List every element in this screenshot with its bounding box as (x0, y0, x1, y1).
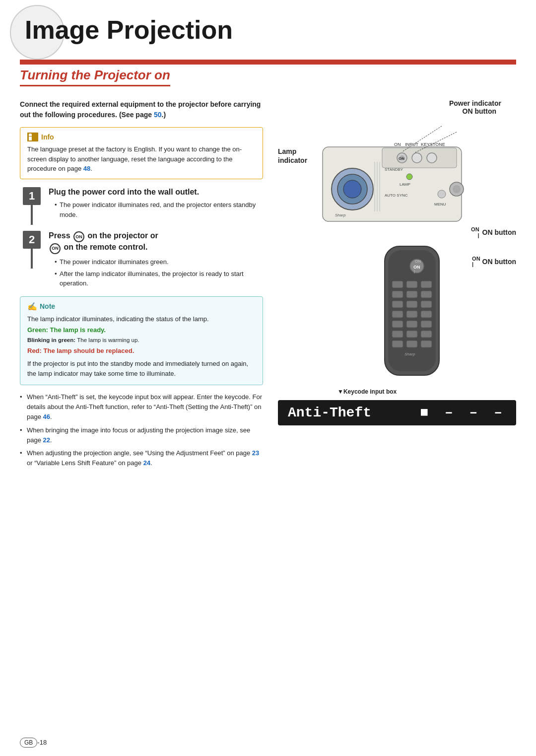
note-blinking: Blinking in green: The lamp is warming u… (27, 336, 256, 345)
section-heading: Turning the Projector on (20, 60, 516, 90)
svg-text:ON: ON (394, 142, 401, 147)
step-1-bullet: The power indicator illuminates red, and… (55, 200, 263, 219)
svg-text:MENU: MENU (434, 202, 446, 206)
svg-rect-38 (421, 291, 432, 298)
svg-rect-53 (421, 341, 432, 347)
bullet1-link[interactable]: 46 (43, 413, 50, 420)
section-title: Turning the Projector on (20, 65, 170, 86)
page-footer: GB-18 (20, 739, 47, 746)
svg-rect-37 (406, 291, 417, 298)
svg-text:LAMP: LAMP (400, 182, 410, 187)
on-button-circle2-icon: ON (50, 243, 61, 254)
info-title-text: Info (41, 133, 54, 141)
svg-rect-45 (392, 321, 403, 328)
svg-rect-50 (421, 331, 432, 338)
footer-page-number: -18 (37, 739, 47, 746)
svg-point-9 (427, 153, 437, 163)
bullet3-link1[interactable]: 23 (252, 449, 259, 457)
step-1-title: Plug the power cord into the wall outlet… (49, 187, 263, 198)
footer-badge: GB (20, 738, 37, 748)
page-title: Image Projection (25, 15, 233, 45)
svg-rect-48 (392, 331, 403, 338)
step-2-title: Press ON on the projector or ON on the r… (49, 231, 263, 255)
anti-theft-label: Anti-Theft (288, 405, 420, 420)
svg-point-21 (453, 185, 461, 193)
svg-rect-44 (421, 311, 432, 318)
bullet2-link[interactable]: 22 (43, 436, 50, 444)
svg-rect-41 (421, 301, 432, 308)
step-2-line (31, 249, 33, 269)
svg-rect-47 (421, 321, 432, 328)
svg-rect-46 (406, 321, 417, 328)
intro-link[interactable]: 50 (154, 111, 162, 119)
step-2-bullet1: The power indicator illuminates green. (55, 257, 263, 267)
step-2: 2 Press ON on the projector or ON (20, 231, 263, 290)
svg-point-8 (412, 153, 422, 163)
svg-rect-49 (406, 331, 417, 338)
info-box-text: The language preset at the factory is En… (27, 144, 256, 174)
step-2-number: 2 (23, 231, 41, 249)
bullet-focus: When bringing the image into focus or ad… (20, 425, 263, 445)
svg-rect-33 (392, 281, 403, 288)
note-icon: ✍ (27, 302, 37, 311)
bullet3-link2[interactable]: 24 (143, 459, 150, 467)
svg-text:AUTO SYNC: AUTO SYNC (385, 193, 408, 198)
note-red: Red: The lamp should be replaced. (27, 346, 256, 356)
note-title: ✍ Note (27, 302, 256, 311)
left-column: Connect the required external equipment … (20, 99, 263, 473)
remote-control-area: ON ON | (278, 241, 516, 385)
svg-rect-34 (406, 281, 417, 288)
power-labels: Power indicator ON button (278, 99, 516, 115)
note-box: ✍ Note The lamp indicator illuminates, i… (20, 296, 263, 386)
right-column: Power indicator ON button Lampindicator (278, 99, 516, 473)
keycode-label: ▼Keycode input box (337, 388, 516, 395)
svg-rect-36 (392, 291, 403, 298)
svg-rect-52 (406, 341, 417, 347)
title-area: Image Projection (20, 15, 516, 45)
on-button-right-label: ON| ON button (471, 226, 516, 238)
step-1-content: Plug the power cord into the wall outlet… (44, 187, 263, 222)
step-1-line (31, 205, 33, 225)
svg-rect-39 (392, 301, 403, 308)
step-2-content: Press ON on the projector or ON on the r… (44, 231, 263, 290)
projector-diagram: Lampindicator (278, 117, 516, 231)
step-1-number-wrap: 1 (20, 187, 44, 225)
step-2-bullet2: After the lamp indicator illuminates, th… (55, 269, 263, 288)
remote-svg: ON ON | (328, 241, 496, 385)
svg-text:STANDBY: STANDBY (385, 167, 403, 172)
step-2-number-wrap: 2 (20, 231, 44, 269)
svg-rect-42 (392, 311, 403, 318)
svg-text:ON: ON (413, 265, 420, 270)
step-1-number: 1 (23, 187, 41, 205)
anti-theft-dashes: ■ – – – (420, 405, 506, 420)
svg-point-14 (406, 174, 412, 180)
svg-rect-35 (421, 281, 432, 288)
svg-point-3 (343, 180, 361, 198)
svg-text:Sharp: Sharp (335, 213, 346, 217)
bullet-antitheft: When “Anti-Theft” is set, the keycode in… (20, 392, 263, 422)
projector-svg: ON ON INPUT KEYSTONE STANDBY LAMP AUT (308, 117, 476, 231)
svg-rect-40 (406, 301, 417, 308)
lamp-indicator-label: Lampindicator (278, 147, 307, 165)
info-box-title: Info (27, 133, 256, 141)
diagram-wrapper: Power indicator ON button Lampindicator (278, 99, 516, 425)
svg-text:|: | (414, 270, 415, 274)
content-area: Connect the required external equipment … (20, 99, 516, 473)
info-box: Info The language preset at the factory … (20, 127, 263, 179)
bullet-angle: When adjusting the projection angle, see… (20, 448, 263, 468)
note-line1: The lamp indicator illuminates, indicati… (27, 314, 256, 324)
intro-text: Connect the required external equipment … (20, 99, 263, 120)
svg-text:ON: ON (399, 156, 404, 161)
section-bar (20, 60, 516, 65)
power-indicator-label: Power indicator (449, 99, 501, 107)
info-page-link[interactable]: 48 (83, 165, 90, 172)
on-button-label: ON button (463, 107, 501, 115)
svg-text:ON: ON (415, 259, 421, 264)
note-green: Green: The lamp is ready. (27, 325, 256, 335)
step-1: 1 Plug the power cord into the wall outl… (20, 187, 263, 225)
on-button-circle-icon: ON (73, 231, 84, 242)
svg-point-17 (438, 190, 446, 198)
note-line4: If the projector is put into the standby… (27, 359, 256, 379)
svg-text:Sharp: Sharp (404, 352, 415, 356)
svg-rect-43 (406, 311, 417, 318)
